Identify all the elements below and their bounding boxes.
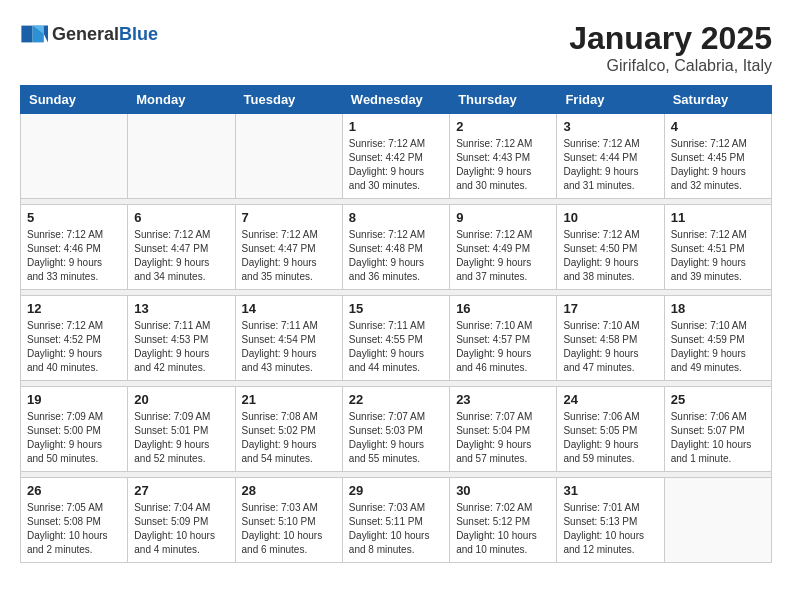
day-number: 26 — [27, 483, 121, 498]
calendar-cell: 3Sunrise: 7:12 AM Sunset: 4:44 PM Daylig… — [557, 114, 664, 199]
weekday-header-monday: Monday — [128, 86, 235, 114]
week-row-4: 19Sunrise: 7:09 AM Sunset: 5:00 PM Dayli… — [21, 387, 772, 472]
day-info: Sunrise: 7:12 AM Sunset: 4:48 PM Dayligh… — [349, 228, 443, 284]
calendar-cell: 17Sunrise: 7:10 AM Sunset: 4:58 PM Dayli… — [557, 296, 664, 381]
calendar-cell: 13Sunrise: 7:11 AM Sunset: 4:53 PM Dayli… — [128, 296, 235, 381]
calendar-cell: 31Sunrise: 7:01 AM Sunset: 5:13 PM Dayli… — [557, 478, 664, 563]
day-info: Sunrise: 7:11 AM Sunset: 4:54 PM Dayligh… — [242, 319, 336, 375]
day-info: Sunrise: 7:11 AM Sunset: 4:53 PM Dayligh… — [134, 319, 228, 375]
logo-general: General — [52, 24, 119, 45]
day-info: Sunrise: 7:04 AM Sunset: 5:09 PM Dayligh… — [134, 501, 228, 557]
day-info: Sunrise: 7:12 AM Sunset: 4:47 PM Dayligh… — [134, 228, 228, 284]
day-info: Sunrise: 7:01 AM Sunset: 5:13 PM Dayligh… — [563, 501, 657, 557]
day-number: 19 — [27, 392, 121, 407]
calendar-cell: 25Sunrise: 7:06 AM Sunset: 5:07 PM Dayli… — [664, 387, 771, 472]
day-info: Sunrise: 7:09 AM Sunset: 5:00 PM Dayligh… — [27, 410, 121, 466]
day-number: 6 — [134, 210, 228, 225]
day-number: 3 — [563, 119, 657, 134]
calendar-cell: 21Sunrise: 7:08 AM Sunset: 5:02 PM Dayli… — [235, 387, 342, 472]
calendar-cell: 18Sunrise: 7:10 AM Sunset: 4:59 PM Dayli… — [664, 296, 771, 381]
calendar-cell: 2Sunrise: 7:12 AM Sunset: 4:43 PM Daylig… — [450, 114, 557, 199]
calendar-cell: 11Sunrise: 7:12 AM Sunset: 4:51 PM Dayli… — [664, 205, 771, 290]
day-info: Sunrise: 7:11 AM Sunset: 4:55 PM Dayligh… — [349, 319, 443, 375]
calendar-cell: 7Sunrise: 7:12 AM Sunset: 4:47 PM Daylig… — [235, 205, 342, 290]
calendar-cell — [21, 114, 128, 199]
calendar-cell: 1Sunrise: 7:12 AM Sunset: 4:42 PM Daylig… — [342, 114, 449, 199]
calendar-cell: 23Sunrise: 7:07 AM Sunset: 5:04 PM Dayli… — [450, 387, 557, 472]
day-info: Sunrise: 7:05 AM Sunset: 5:08 PM Dayligh… — [27, 501, 121, 557]
day-info: Sunrise: 7:12 AM Sunset: 4:44 PM Dayligh… — [563, 137, 657, 193]
day-info: Sunrise: 7:10 AM Sunset: 4:58 PM Dayligh… — [563, 319, 657, 375]
day-number: 11 — [671, 210, 765, 225]
day-number: 29 — [349, 483, 443, 498]
calendar-cell: 19Sunrise: 7:09 AM Sunset: 5:00 PM Dayli… — [21, 387, 128, 472]
day-number: 2 — [456, 119, 550, 134]
weekday-header-friday: Friday — [557, 86, 664, 114]
day-info: Sunrise: 7:02 AM Sunset: 5:12 PM Dayligh… — [456, 501, 550, 557]
day-info: Sunrise: 7:09 AM Sunset: 5:01 PM Dayligh… — [134, 410, 228, 466]
calendar-cell: 8Sunrise: 7:12 AM Sunset: 4:48 PM Daylig… — [342, 205, 449, 290]
day-number: 4 — [671, 119, 765, 134]
day-number: 16 — [456, 301, 550, 316]
weekday-header-sunday: Sunday — [21, 86, 128, 114]
day-info: Sunrise: 7:03 AM Sunset: 5:10 PM Dayligh… — [242, 501, 336, 557]
day-number: 25 — [671, 392, 765, 407]
calendar-cell — [235, 114, 342, 199]
logo-text: General Blue — [52, 24, 158, 45]
week-row-2: 5Sunrise: 7:12 AM Sunset: 4:46 PM Daylig… — [21, 205, 772, 290]
day-number: 21 — [242, 392, 336, 407]
weekday-header-wednesday: Wednesday — [342, 86, 449, 114]
day-info: Sunrise: 7:06 AM Sunset: 5:07 PM Dayligh… — [671, 410, 765, 466]
day-number: 14 — [242, 301, 336, 316]
calendar-cell: 20Sunrise: 7:09 AM Sunset: 5:01 PM Dayli… — [128, 387, 235, 472]
day-number: 23 — [456, 392, 550, 407]
calendar-cell: 30Sunrise: 7:02 AM Sunset: 5:12 PM Dayli… — [450, 478, 557, 563]
calendar-cell: 5Sunrise: 7:12 AM Sunset: 4:46 PM Daylig… — [21, 205, 128, 290]
day-info: Sunrise: 7:12 AM Sunset: 4:43 PM Dayligh… — [456, 137, 550, 193]
day-info: Sunrise: 7:07 AM Sunset: 5:03 PM Dayligh… — [349, 410, 443, 466]
day-number: 18 — [671, 301, 765, 316]
day-info: Sunrise: 7:12 AM Sunset: 4:51 PM Dayligh… — [671, 228, 765, 284]
calendar-cell: 16Sunrise: 7:10 AM Sunset: 4:57 PM Dayli… — [450, 296, 557, 381]
day-number: 12 — [27, 301, 121, 316]
calendar-cell: 15Sunrise: 7:11 AM Sunset: 4:55 PM Dayli… — [342, 296, 449, 381]
calendar-cell: 9Sunrise: 7:12 AM Sunset: 4:49 PM Daylig… — [450, 205, 557, 290]
day-info: Sunrise: 7:10 AM Sunset: 4:57 PM Dayligh… — [456, 319, 550, 375]
day-info: Sunrise: 7:12 AM Sunset: 4:45 PM Dayligh… — [671, 137, 765, 193]
calendar-table: SundayMondayTuesdayWednesdayThursdayFrid… — [20, 85, 772, 563]
calendar-cell: 27Sunrise: 7:04 AM Sunset: 5:09 PM Dayli… — [128, 478, 235, 563]
page-subtitle: Girifalco, Calabria, Italy — [569, 57, 772, 75]
weekday-header-row: SundayMondayTuesdayWednesdayThursdayFrid… — [21, 86, 772, 114]
day-info: Sunrise: 7:12 AM Sunset: 4:52 PM Dayligh… — [27, 319, 121, 375]
day-number: 8 — [349, 210, 443, 225]
week-row-3: 12Sunrise: 7:12 AM Sunset: 4:52 PM Dayli… — [21, 296, 772, 381]
week-row-5: 26Sunrise: 7:05 AM Sunset: 5:08 PM Dayli… — [21, 478, 772, 563]
logo: General Blue — [20, 20, 158, 48]
day-info: Sunrise: 7:12 AM Sunset: 4:49 PM Dayligh… — [456, 228, 550, 284]
day-number: 10 — [563, 210, 657, 225]
day-number: 31 — [563, 483, 657, 498]
weekday-header-thursday: Thursday — [450, 86, 557, 114]
title-block: January 2025 Girifalco, Calabria, Italy — [569, 20, 772, 75]
day-number: 30 — [456, 483, 550, 498]
day-info: Sunrise: 7:12 AM Sunset: 4:47 PM Dayligh… — [242, 228, 336, 284]
page-title: January 2025 — [569, 20, 772, 57]
calendar-cell: 14Sunrise: 7:11 AM Sunset: 4:54 PM Dayli… — [235, 296, 342, 381]
calendar-cell: 10Sunrise: 7:12 AM Sunset: 4:50 PM Dayli… — [557, 205, 664, 290]
day-info: Sunrise: 7:06 AM Sunset: 5:05 PM Dayligh… — [563, 410, 657, 466]
day-number: 7 — [242, 210, 336, 225]
page-header: General Blue January 2025 Girifalco, Cal… — [20, 20, 772, 75]
day-number: 24 — [563, 392, 657, 407]
logo-blue: Blue — [119, 24, 158, 45]
calendar-cell: 28Sunrise: 7:03 AM Sunset: 5:10 PM Dayli… — [235, 478, 342, 563]
day-number: 1 — [349, 119, 443, 134]
day-info: Sunrise: 7:12 AM Sunset: 4:50 PM Dayligh… — [563, 228, 657, 284]
day-info: Sunrise: 7:12 AM Sunset: 4:42 PM Dayligh… — [349, 137, 443, 193]
day-number: 5 — [27, 210, 121, 225]
day-number: 9 — [456, 210, 550, 225]
weekday-header-saturday: Saturday — [664, 86, 771, 114]
calendar-cell: 24Sunrise: 7:06 AM Sunset: 5:05 PM Dayli… — [557, 387, 664, 472]
calendar-cell: 6Sunrise: 7:12 AM Sunset: 4:47 PM Daylig… — [128, 205, 235, 290]
svg-rect-0 — [21, 26, 32, 43]
day-number: 15 — [349, 301, 443, 316]
